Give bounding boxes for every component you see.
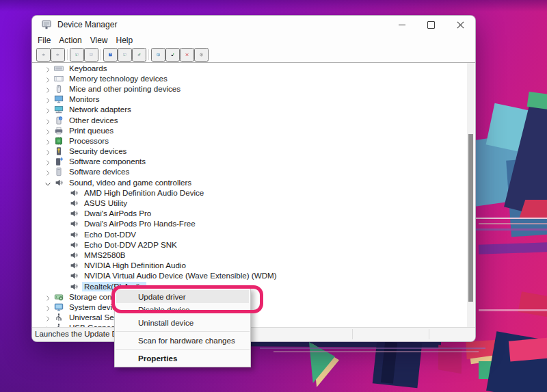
scrollbar-thumb[interactable] bbox=[468, 134, 473, 302]
tree-item-label: MMS2580B bbox=[82, 250, 128, 260]
chevron-right-icon[interactable] bbox=[44, 293, 52, 301]
tree-item[interactable]: MMS2580B bbox=[33, 250, 466, 260]
context-menu-item-update-driver[interactable]: Update driver bbox=[116, 290, 249, 303]
update-driver-gear-icon[interactable] bbox=[132, 48, 146, 62]
vertical-scrollbar[interactable] bbox=[467, 63, 475, 328]
statusbar-divider bbox=[352, 329, 353, 339]
status-text: Launches the Update Driver bbox=[32, 328, 475, 341]
wallpaper-shape bbox=[479, 223, 547, 224]
tree-item[interactable]: Software components bbox=[33, 157, 466, 167]
chevron-right-icon[interactable] bbox=[44, 75, 52, 83]
tree-item-label: Keyboards bbox=[67, 64, 109, 73]
toolbar-separator bbox=[148, 49, 149, 60]
software-component-icon bbox=[54, 157, 64, 166]
tree-item-label: Mice and other pointing devices bbox=[67, 84, 183, 94]
tree-item[interactable]: NVIDIA High Definition Audio bbox=[33, 261, 466, 271]
chevron-right-icon[interactable] bbox=[44, 157, 52, 166]
wallpaper-shape bbox=[260, 348, 485, 349]
scan-hardware-icon[interactable] bbox=[151, 48, 165, 62]
tree-item-label: NVIDIA High Definition Audio bbox=[82, 261, 188, 270]
tree-item[interactable]: Keyboards bbox=[33, 63, 466, 73]
speaker-icon bbox=[69, 282, 79, 291]
speaker-icon bbox=[54, 178, 64, 187]
chevron-right-icon[interactable] bbox=[44, 127, 52, 135]
unknown-device-icon bbox=[54, 116, 64, 125]
close-icon bbox=[457, 21, 464, 29]
chevron-right-icon[interactable] bbox=[44, 168, 52, 176]
tree-item[interactable]: Dwai's AirPods Pro bbox=[33, 209, 466, 219]
window-title: Device Manager bbox=[57, 20, 117, 29]
tree-item-label: Software devices bbox=[67, 167, 131, 177]
menu-view[interactable]: View bbox=[86, 34, 112, 47]
chevron-right-icon[interactable] bbox=[44, 85, 52, 93]
speaker-icon bbox=[69, 230, 79, 239]
chevron-right-icon[interactable] bbox=[44, 137, 52, 145]
tree-item[interactable]: Dwai's AirPods Pro Hands-Free bbox=[33, 219, 466, 229]
tree-item-label: Software components bbox=[67, 157, 148, 166]
tree-item[interactable]: Print queues bbox=[33, 125, 466, 135]
properties-icon[interactable] bbox=[84, 48, 98, 62]
tree-item-label: Echo Dot-DDV bbox=[82, 230, 138, 239]
processor-icon bbox=[54, 136, 64, 146]
tree-item-label: AMD High Definition Audio Device bbox=[82, 188, 206, 198]
tree-item-label: Memory technology devices bbox=[67, 74, 170, 83]
back-icon[interactable] bbox=[36, 48, 51, 62]
context-menu-item-properties[interactable]: Properties bbox=[116, 352, 249, 365]
tree-item-label: Other devices bbox=[67, 116, 120, 125]
context-menu-separator bbox=[116, 331, 250, 332]
toolbar-separator bbox=[101, 49, 101, 60]
tree-item[interactable]: Processors bbox=[33, 135, 466, 146]
chevron-right-icon[interactable] bbox=[44, 147, 52, 155]
menu-help[interactable]: Help bbox=[112, 34, 137, 47]
chevron-down-icon[interactable] bbox=[44, 179, 52, 187]
tree-item[interactable]: NVIDIA Virtual Audio Device (Wave Extens… bbox=[33, 271, 466, 281]
mouse-icon bbox=[54, 84, 64, 94]
context-menu: Update driverDisable deviceUninstall dev… bbox=[114, 287, 251, 367]
tree-item-label: Processors bbox=[67, 136, 111, 146]
close-button[interactable] bbox=[446, 16, 475, 34]
context-menu-item-disable-device[interactable]: Disable device bbox=[116, 303, 249, 316]
tree-item[interactable]: Network adapters bbox=[33, 105, 466, 115]
context-menu-item-uninstall-device[interactable]: Uninstall device bbox=[116, 316, 249, 329]
action-pane-icon[interactable] bbox=[118, 48, 132, 62]
help-icon[interactable] bbox=[103, 48, 118, 62]
maximize-button[interactable] bbox=[416, 16, 446, 34]
tree-item[interactable]: Monitors bbox=[33, 94, 466, 105]
tree-item[interactable]: Other devices bbox=[33, 115, 466, 125]
console-tree-icon[interactable] bbox=[70, 48, 84, 62]
chevron-right-icon[interactable] bbox=[44, 313, 52, 322]
wallpaper-shape bbox=[518, 291, 547, 317]
tree-item[interactable]: Echo Dot-DDV A2DP SNK bbox=[33, 239, 466, 250]
chevron-right-icon[interactable] bbox=[44, 95, 52, 103]
menu-action[interactable]: Action bbox=[55, 34, 85, 47]
tree-item[interactable]: Echo Dot-DDV bbox=[33, 229, 466, 239]
chevron-right-icon[interactable] bbox=[44, 303, 52, 311]
titlebar: Device Manager bbox=[32, 16, 475, 34]
tree-item[interactable]: Memory technology devices bbox=[33, 73, 466, 83]
caption-buttons bbox=[387, 16, 475, 34]
toolbar bbox=[32, 47, 475, 63]
forward-icon[interactable] bbox=[51, 48, 65, 62]
system-icon bbox=[54, 302, 64, 312]
uninstall-icon[interactable] bbox=[180, 48, 194, 62]
chevron-right-icon[interactable] bbox=[44, 116, 52, 125]
disable-icon[interactable] bbox=[194, 48, 209, 62]
tree-item[interactable]: Mice and other pointing devices bbox=[33, 83, 466, 94]
device-manager-icon bbox=[41, 19, 52, 30]
wallpaper-shape bbox=[479, 309, 547, 311]
tree-item[interactable]: ASUS Utility bbox=[33, 198, 466, 208]
tree-item-label: NVIDIA Virtual Audio Device (Wave Extens… bbox=[82, 271, 279, 280]
chevron-right-icon[interactable] bbox=[44, 105, 52, 114]
driver-software-icon[interactable] bbox=[165, 48, 180, 62]
software-device-icon bbox=[54, 167, 64, 177]
tree-item[interactable]: Security devices bbox=[33, 146, 466, 157]
tree-item[interactable]: AMD High Definition Audio Device bbox=[33, 187, 466, 198]
tree-item-label: Dwai's AirPods Pro Hands-Free bbox=[82, 219, 198, 228]
chevron-right-icon[interactable] bbox=[44, 64, 52, 73]
minimize-button[interactable] bbox=[387, 16, 416, 34]
tree-item[interactable]: Sound, video and game controllers bbox=[33, 177, 466, 187]
maximize-icon bbox=[427, 21, 435, 29]
menu-file[interactable]: File bbox=[34, 34, 55, 47]
tree-item[interactable]: Software devices bbox=[33, 167, 466, 177]
context-menu-item-scan-for-hardware-changes[interactable]: Scan for hardware changes bbox=[116, 334, 249, 347]
